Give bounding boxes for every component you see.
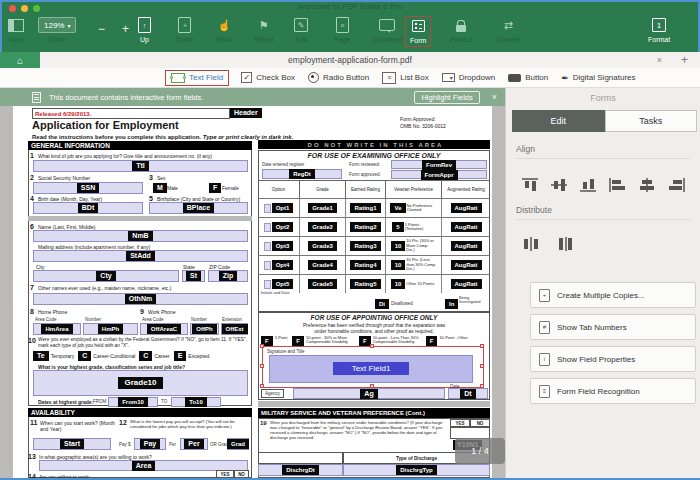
new-tab-icon[interactable]: +: [681, 52, 688, 68]
align-bottom-icon[interactable]: [578, 177, 598, 193]
option-cell[interactable]: Opt2: [258, 218, 300, 236]
birthplace-form-field[interactable]: BPlace: [149, 202, 248, 214]
preference-option[interactable]: F 10-point - 30% or More Compensable Dis…: [292, 336, 354, 346]
rating-cell[interactable]: Rating1: [346, 199, 386, 217]
selection-handle[interactable]: [370, 344, 374, 348]
sex-female-field[interactable]: F: [209, 183, 221, 193]
dropdown-tool[interactable]: ▾ Dropdown: [442, 73, 495, 82]
preference-cell[interactable]: 55 Points (Tentative): [386, 218, 442, 236]
option-checkbox[interactable]: [264, 261, 271, 270]
align-left-icon[interactable]: [608, 177, 628, 193]
show-field-properties-button[interactable]: i Show Field Properties: [530, 346, 696, 372]
preference-cell[interactable]: VeNo Preference Claimed: [386, 199, 442, 217]
digital-signatures-tool[interactable]: ✒ Digital Signatures: [561, 73, 635, 83]
option-cell[interactable]: Opt3: [258, 237, 300, 255]
grade-cell[interactable]: Grade3: [300, 237, 346, 255]
birthdate-form-field[interactable]: BDt: [33, 202, 143, 214]
text-field-tool[interactable]: Text Field: [166, 71, 228, 85]
header-form-field[interactable]: Header: [230, 108, 262, 118]
align-vertical-center-icon[interactable]: [549, 177, 569, 193]
preference-option[interactable]: F 5-Point: [261, 336, 287, 346]
tab-edit[interactable]: Edit: [512, 110, 605, 132]
zoom-out-button[interactable]: −: [98, 22, 105, 36]
sex-male-field[interactable]: M: [153, 183, 167, 193]
check-box-tool[interactable]: ✓ Check Box: [241, 72, 295, 83]
discharge-date-form-field[interactable]: DischrgDt: [258, 464, 343, 476]
discharge-type-form-field[interactable]: DischrgTyp: [343, 464, 490, 476]
city-form-field[interactable]: Cty: [33, 270, 179, 282]
start-form-field[interactable]: Start: [33, 438, 111, 450]
pay-form-field[interactable]: Pay: [134, 438, 166, 450]
option-checkbox[interactable]: [264, 223, 271, 232]
radio-button-tool[interactable]: Radio Button: [308, 72, 369, 83]
ssn-form-field[interactable]: SSN: [33, 182, 143, 194]
selection-handle[interactable]: [260, 384, 264, 388]
grade12-form-field[interactable]: Grad: [227, 438, 249, 450]
preference-cell[interactable]: 1010 Pts. (30% or More Comp. Dis.): [386, 237, 442, 255]
investigated-field[interactable]: In: [445, 299, 458, 309]
preference-option[interactable]: F 10-point - Less Than 30% Compensable D…: [359, 336, 421, 346]
form-tool[interactable]: Form: [406, 17, 430, 46]
disallowed-field[interactable]: Di: [375, 299, 389, 309]
close-tab-icon[interactable]: ×: [657, 52, 662, 68]
page-indicator[interactable]: 1 / 4: [455, 438, 505, 464]
office-area-form-field[interactable]: OffAreaC: [140, 323, 188, 335]
q10-option[interactable]: C Career-Conditional: [78, 351, 135, 361]
form-field-recognition-button[interactable]: ≡ Form Field Recognition: [530, 378, 696, 404]
align-right-icon[interactable]: [666, 177, 686, 193]
align-top-icon[interactable]: [520, 177, 540, 193]
select-tool[interactable]: ⚑ Select: [254, 17, 273, 43]
state-form-field[interactable]: St: [182, 270, 205, 282]
rating-cell[interactable]: Rating5: [346, 275, 386, 293]
q1-form-field[interactable]: Ttl: [33, 160, 248, 172]
page-up-tool[interactable]: ↑ Up: [138, 17, 151, 43]
selection-handle[interactable]: [260, 344, 264, 348]
per-form-field[interactable]: Per: [180, 438, 208, 450]
comment-tool[interactable]: Comment: [372, 17, 402, 43]
convert-tool[interactable]: ⇄ Convert: [496, 17, 521, 43]
grade-cell[interactable]: Grade1: [300, 199, 346, 217]
home-phone-form-field[interactable]: HmPh: [83, 323, 138, 335]
view-tool[interactable]: View: [8, 17, 24, 43]
option-checkbox[interactable]: [264, 204, 271, 213]
regdt-form-field[interactable]: RegDt: [262, 169, 342, 179]
augmented-cell[interactable]: AugRati: [442, 218, 490, 236]
option-cell[interactable]: Opt4: [258, 256, 300, 274]
format-tool[interactable]: 1 Format: [648, 17, 670, 43]
distribute-horizontal-icon[interactable]: [522, 236, 540, 252]
to-form-field[interactable]: To10: [171, 397, 221, 407]
date-form-field[interactable]: Dt: [448, 388, 488, 399]
zoom-dropdown[interactable]: 129% ▾: [38, 17, 76, 33]
rating-cell[interactable]: Rating2: [346, 218, 386, 236]
notification-close-icon[interactable]: ×: [492, 92, 497, 102]
list-box-tool[interactable]: ≡ List Box: [382, 72, 428, 84]
document-tab-title[interactable]: employment-application-form.pdf: [0, 52, 700, 68]
align-horizontal-center-icon[interactable]: [637, 177, 657, 193]
grade-cell[interactable]: Grade2: [300, 218, 346, 236]
zip-form-field[interactable]: Zip: [208, 270, 248, 282]
name-form-field[interactable]: NmB: [33, 230, 248, 242]
selection-handle[interactable]: [260, 364, 264, 368]
edit-tool[interactable]: ✎ Edit: [294, 17, 308, 43]
augmented-cell[interactable]: AugRati: [442, 275, 490, 293]
selection-handle[interactable]: [480, 364, 484, 368]
grade-form-field[interactable]: Grade10: [33, 370, 248, 396]
street-address-form-field[interactable]: StAdd: [33, 250, 248, 262]
tab-tasks[interactable]: Tasks: [605, 110, 698, 132]
option-cell[interactable]: Opt1: [258, 199, 300, 217]
show-tab-numbers-button[interactable]: # Show Tab Numbers: [530, 314, 696, 340]
formappr-form-field[interactable]: FormAppr: [391, 170, 487, 179]
augmented-cell[interactable]: AugRati: [442, 256, 490, 274]
distribute-vertical-icon[interactable]: [556, 236, 574, 252]
q10-option[interactable]: C Career: [139, 351, 169, 361]
home-area-form-field[interactable]: HmArea: [33, 323, 81, 335]
augmented-cell[interactable]: AugRati: [442, 199, 490, 217]
grade-cell[interactable]: Grade5: [300, 275, 346, 293]
formrev-form-field[interactable]: FormRev: [391, 160, 487, 169]
office-ext-form-field[interactable]: OffExt: [221, 323, 248, 335]
q10-option[interactable]: Te Temporary: [33, 351, 74, 361]
agency-form-field[interactable]: Ag: [293, 388, 445, 399]
button-tool[interactable]: Button: [508, 73, 548, 82]
option-checkbox[interactable]: [264, 280, 271, 289]
zoom-in-button[interactable]: +: [122, 22, 129, 36]
